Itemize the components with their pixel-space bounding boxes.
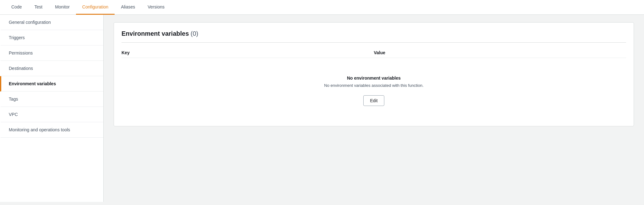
- table-header: Key Value: [122, 48, 626, 58]
- tab-monitor[interactable]: Monitor: [49, 0, 76, 15]
- environment-variables-panel: Environment variables (0) Key Value No e…: [114, 22, 634, 126]
- sidebar-item-destinations[interactable]: Destinations: [0, 61, 103, 76]
- empty-state-title: No environment variables: [128, 76, 620, 81]
- tab-configuration[interactable]: Configuration: [76, 0, 115, 15]
- empty-state-description: No environment variables associated with…: [128, 83, 620, 88]
- col-value-header: Value: [374, 50, 626, 55]
- sidebar: General configurationTriggersPermissions…: [0, 15, 104, 202]
- panel-title: Environment variables (0): [122, 30, 626, 37]
- sidebar-item-triggers[interactable]: Triggers: [0, 30, 103, 45]
- sidebar-item-environment-variables[interactable]: Environment variables: [0, 76, 103, 92]
- content-area: Environment variables (0) Key Value No e…: [104, 15, 644, 202]
- panel-count: (0): [191, 30, 198, 37]
- sidebar-item-general-configuration[interactable]: General configuration: [0, 15, 103, 30]
- col-key-header: Key: [122, 50, 374, 55]
- tab-test[interactable]: Test: [28, 0, 49, 15]
- edit-button[interactable]: Edit: [363, 95, 384, 106]
- tab-bar: CodeTestMonitorConfigurationAliasesVersi…: [0, 0, 644, 15]
- tab-code[interactable]: Code: [5, 0, 28, 15]
- sidebar-item-vpc[interactable]: VPC: [0, 107, 103, 122]
- sidebar-item-monitoring-and-operations-tools[interactable]: Monitoring and operations tools: [0, 122, 103, 138]
- panel-divider: [122, 42, 626, 43]
- tab-aliases[interactable]: Aliases: [115, 0, 141, 15]
- tab-versions[interactable]: Versions: [141, 0, 171, 15]
- sidebar-item-permissions[interactable]: Permissions: [0, 45, 103, 61]
- empty-state: No environment variables No environment …: [122, 63, 626, 118]
- main-layout: General configurationTriggersPermissions…: [0, 15, 644, 202]
- panel-title-text: Environment variables: [122, 30, 191, 37]
- sidebar-item-tags[interactable]: Tags: [0, 92, 103, 107]
